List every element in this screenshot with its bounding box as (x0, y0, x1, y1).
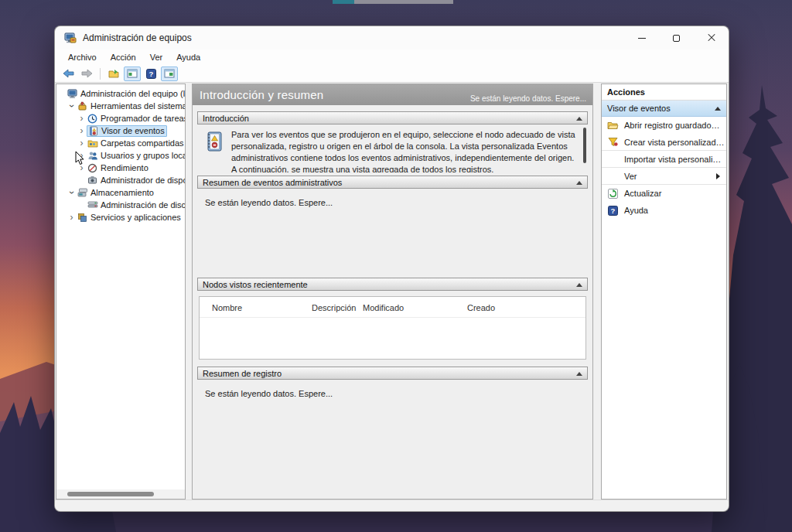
action-label: Abrir registro guardado… (624, 121, 720, 130)
tree-horizontal-scrollbar-thumb[interactable] (67, 492, 154, 496)
tree-item-label: Rendimiento (101, 163, 148, 172)
recent-nodes-table-header: Nombre Descripción Modificado Creado (200, 297, 585, 318)
collapse-arrow-icon[interactable] (715, 107, 721, 111)
svg-text:?: ? (610, 206, 615, 214)
tree-item-shared-folders[interactable]: › Carpetas compartidas (56, 137, 185, 149)
tree-item-device-manager[interactable]: Administrador de dispos (56, 174, 185, 186)
section-body-nodos-recientes: Nombre Descripción Modificado Creado (197, 291, 588, 362)
close-button[interactable] (694, 26, 729, 49)
forward-button[interactable] (78, 66, 95, 81)
tree-item-computer-management[interactable]: Administración del equipo (loca (56, 87, 185, 100)
tree-item-storage[interactable]: › Almacenamiento (56, 186, 185, 199)
content-region: Administración del equipo (loca › Herram… (55, 83, 729, 500)
menu-archivo[interactable]: Archivo (61, 51, 104, 63)
chevron-collapsed-icon[interactable]: › (77, 125, 87, 136)
tree-item-label: Servicios y aplicaciones (90, 213, 181, 222)
storage-icon (77, 187, 88, 198)
tree-item-event-viewer[interactable]: › Visor de eventos (56, 124, 185, 137)
open-saved-log-icon (606, 120, 619, 131)
intro-scrollbar-thumb[interactable] (583, 128, 586, 163)
action-crear-vista-personalizada[interactable]: Crear vista personalizad… (602, 134, 726, 151)
video-progress-done (333, 0, 354, 4)
chevron-collapsed-icon[interactable]: › (77, 113, 87, 124)
maximize-button[interactable] (659, 26, 694, 49)
collapse-arrow-icon[interactable] (576, 181, 582, 185)
show-console-tree-icon (127, 69, 138, 78)
column-header-descripcion[interactable]: Descripción (312, 303, 363, 312)
video-progress-bar (333, 0, 453, 4)
chevron-expanded-icon[interactable]: › (67, 188, 77, 198)
chevron-collapsed-icon[interactable]: › (77, 138, 87, 148)
tree-item-task-scheduler[interactable]: › Programador de tareas (56, 112, 185, 124)
console-tree-pane: Administración del equipo (loca › Herram… (56, 84, 186, 500)
menu-ver[interactable]: Ver (143, 51, 170, 63)
device-manager-icon (87, 175, 98, 186)
svg-text:?: ? (148, 69, 153, 77)
section-header-introduccion[interactable]: Introducción (197, 111, 588, 124)
system-tools-icon (77, 101, 88, 111)
results-header: Introducción y resumen Se están leyendo … (193, 84, 592, 105)
section-title: Introducción (203, 114, 249, 123)
column-header-nombre[interactable]: Nombre (200, 303, 312, 312)
computer-management-window: Administración de equipos Archivo Acción… (54, 26, 729, 512)
create-custom-view-filter-icon (606, 136, 619, 148)
show-console-tree-button[interactable] (124, 66, 141, 81)
window-title: Administración de equipos (83, 32, 192, 43)
recent-nodes-table[interactable]: Nombre Descripción Modificado Creado (199, 296, 586, 360)
forward-icon (81, 69, 93, 78)
action-importar-vista-personalizada[interactable]: Importar vista personali… (602, 151, 726, 168)
section-header-nodos-recientes[interactable]: Nodos vistos recientemente (197, 278, 588, 291)
tree-item-label: Usuarios y grupos locale (101, 151, 185, 160)
help-button[interactable]: ? (142, 66, 159, 81)
minimize-button[interactable] (624, 26, 659, 49)
tree-item-label: Carpetas compartidas (101, 138, 184, 148)
action-abrir-registro-guardado[interactable]: Abrir registro guardado… (602, 117, 726, 134)
back-icon (63, 69, 74, 78)
action-label: Importar vista personali… (624, 155, 721, 164)
export-list-button[interactable] (105, 66, 122, 81)
actions-group-visor-de-eventos[interactable]: Visor de eventos (602, 101, 726, 117)
menu-accion[interactable]: Acción (104, 51, 143, 63)
task-scheduler-icon (87, 113, 98, 124)
mouse-cursor (75, 151, 85, 165)
local-users-groups-icon (87, 150, 98, 161)
menu-ayuda[interactable]: Ayuda (169, 51, 207, 63)
event-viewer-icon (87, 125, 99, 136)
tree-item-disk-management[interactable]: Administración de disco (56, 199, 185, 211)
column-header-creado[interactable]: Creado (467, 303, 585, 312)
action-ayuda[interactable]: ? Ayuda (602, 202, 726, 219)
minimize-icon (638, 38, 646, 39)
close-icon (708, 34, 715, 42)
section-body-resumen-eventos: Se están leyendo datos. Espere... (197, 189, 588, 274)
tree-item-label: Herramientas del sistema (90, 101, 185, 111)
tree-item-system-tools[interactable]: › Herramientas del sistema (56, 100, 185, 112)
section-title: Resumen de eventos administrativos (203, 178, 342, 187)
section-header-resumen-eventos[interactable]: Resumen de eventos administrativos (197, 176, 588, 189)
computer-management-app-icon (64, 32, 77, 44)
tree-item-label: Administración del equipo (loca (80, 89, 185, 98)
import-custom-view-icon (606, 153, 619, 165)
action-ver[interactable]: Ver (602, 168, 726, 185)
section-header-resumen-registro[interactable]: Resumen de registro (197, 367, 588, 380)
tree-item-label: Administrador de dispos (101, 176, 185, 185)
chevron-expanded-icon[interactable]: › (67, 101, 77, 111)
tree-item-label: Visor de eventos (101, 126, 165, 135)
column-header-modificado[interactable]: Modificado (363, 303, 467, 312)
results-pane: Introducción y resumen Se están leyendo … (192, 84, 593, 500)
action-actualizar[interactable]: Actualizar (602, 185, 726, 202)
help-icon: ? (606, 205, 619, 217)
collapse-arrow-icon[interactable] (576, 117, 582, 121)
chevron-collapsed-icon[interactable]: › (67, 212, 77, 223)
collapse-arrow-icon[interactable] (576, 372, 582, 376)
back-button[interactable] (60, 66, 77, 81)
tree-horizontal-scrollbar[interactable] (56, 489, 185, 499)
section-body-resumen-registro: Se están leyendo datos. Espere... (197, 380, 588, 471)
tree-item-label: Programador de tareas (101, 114, 185, 123)
title-bar[interactable]: Administración de equipos (55, 26, 729, 49)
video-progress-rest (354, 0, 453, 4)
show-action-pane-button[interactable] (161, 66, 178, 81)
actions-pane: Acciones Visor de eventos Abrir registro… (601, 84, 727, 500)
tree-item-services-applications[interactable]: › Servicios y aplicaciones (56, 211, 185, 223)
page-title: Introducción y resumen (193, 88, 323, 101)
collapse-arrow-icon[interactable] (576, 283, 582, 287)
